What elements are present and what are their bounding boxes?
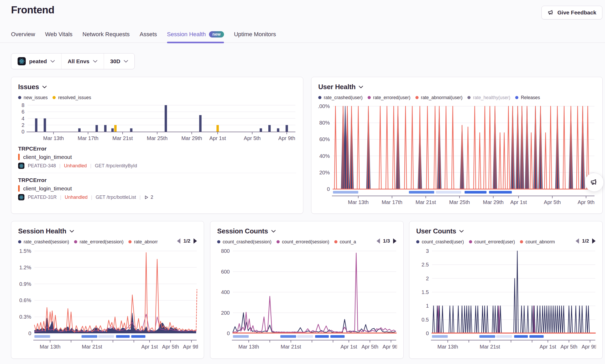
give-feedback-button[interactable]: Give Feedback [541,6,602,19]
issues-chart[interactable]: 86420Mar 13thMar 17thMar 21stMar 25thMar… [18,103,297,142]
megaphone-icon [547,9,554,16]
legend-label: count_abnorm [525,239,555,245]
date-range-selector[interactable]: 30D [104,53,135,69]
legend-pagination: 1/3 [377,238,397,244]
legend-next-button[interactable] [393,238,397,244]
svg-text:Mar 13th: Mar 13th [437,344,458,350]
svg-text:Apr 9th: Apr 9th [578,199,594,205]
legend-item[interactable]: rate_crashed(user) [318,95,363,100]
legend-label: rate_crashed(session) [24,239,69,245]
tab-network-requests[interactable]: Network Requests [82,31,130,42]
svg-text:Apr 1st: Apr 1st [209,135,226,141]
svg-text:0: 0 [28,330,31,336]
svg-text:Mar 13th: Mar 13th [238,344,259,350]
legend-item[interactable]: rate_errored(user) [368,95,410,100]
react-icon [18,194,24,200]
legend-dot [74,240,77,243]
floating-feedback-button[interactable] [585,173,604,192]
legend-item[interactable]: count_abnorm [520,239,555,245]
legend-item[interactable]: count_crashed(user) [416,239,464,245]
svg-text:200: 200 [221,310,230,316]
tab-session-health[interactable]: Session Healthnew [167,31,224,42]
legend-label: count_crashed(user) [422,239,464,245]
svg-text:2: 2 [22,122,24,128]
svg-text:Mar 21st: Mar 21st [82,344,102,350]
issue-title[interactable]: TRPCError [18,177,296,183]
legend-item[interactable]: rate_abnormal(user) [415,95,463,100]
legend-item[interactable]: new_issues [18,95,48,100]
date-range-selector-label: 30D [110,58,121,65]
environment-selector[interactable]: All Envs [61,53,104,69]
svg-text:Mar 25th: Mar 25th [147,135,168,141]
issue-title[interactable]: TRPCError [18,146,296,152]
tab-label: Network Requests [82,31,130,38]
legend-label: rate_abnorr [134,239,158,245]
megaphone-icon [590,178,598,186]
svg-text:Apr 5th: Apr 5th [560,344,577,350]
svg-text:Mar 13th: Mar 13th [43,135,64,141]
legend-item[interactable]: count_errored(session) [277,239,329,245]
legend-next-button[interactable] [592,238,596,244]
svg-text:Mar 17th: Mar 17th [382,199,402,205]
tab-web-vitals[interactable]: Web Vitals [45,31,72,42]
legend-next-button[interactable] [194,238,197,244]
user-counts-panel-header[interactable]: User Counts [416,227,596,235]
legend-label: new_issues [24,95,48,100]
user-health-legend: rate_crashed(user)rate_errored(user)rate… [318,94,596,101]
user-health-chart[interactable]: 100%80%60%40%20%0Mar 13thMar 17thMar 21s… [318,103,596,206]
legend-item[interactable]: rate_crashed(session) [18,239,69,245]
svg-text:Apr 1st: Apr 1st [341,344,357,350]
react-icon [18,57,26,65]
tab-bar: OverviewWeb VitalsNetwork RequestsAssets… [0,31,605,43]
legend-item[interactable]: count_a [334,239,356,245]
chevron-down-icon [93,60,97,63]
legend-item[interactable]: count_crashed(session) [217,239,272,245]
legend-item[interactable]: rate_abnorr [128,239,158,245]
session-counts-panel-header[interactable]: Session Counts [217,227,397,235]
svg-text:Apr 9th: Apr 9th [278,135,295,141]
legend-item[interactable]: count_errored(user) [469,239,515,245]
svg-text:800: 800 [221,248,230,254]
legend-page-indicator: 1/2 [582,238,589,244]
user-counts-chart[interactable]: 32.521.510.50Mar 13thMar 21stApr 1stApr … [416,247,596,352]
panel-title: User Counts [416,227,456,235]
svg-text:0: 0 [227,330,230,336]
issue-row[interactable]: TRPCErrorclient_login_timeoutPEATED-31R|… [18,176,296,201]
project-selector[interactable]: peated [11,53,61,69]
legend-prev-button[interactable] [377,238,380,244]
issue-replay-count[interactable]: 2 [144,195,153,200]
legend-item[interactable]: rate_healthy(user) [467,95,510,100]
svg-text:Apr 5th: Apr 5th [244,135,260,141]
svg-text:0.6%: 0.6% [19,297,31,303]
session-health-panel-header[interactable]: Session Health [18,227,197,235]
legend-item[interactable]: resolved_issues [53,95,91,100]
legend-label: rate_healthy(user) [473,95,510,100]
issue-unhandled-tag: Unhandled [64,163,87,169]
issue-row[interactable]: TRPCErrorclient_login_timeoutPEATED-348|… [18,145,296,169]
tab-assets[interactable]: Assets [140,31,157,42]
issues-panel-header[interactable]: Issues [18,83,296,91]
svg-text:Apr 5th: Apr 5th [162,344,179,350]
session-health-chart[interactable]: 1.5%1.2%0.9%0.6%0.3%0Mar 13thMar 21stApr… [18,247,198,352]
user-counts-legend: count_crashed(user)count_errored(user)co… [416,238,596,245]
session-counts-chart[interactable]: 8006004002000Mar 13thMar 21stApr 1stApr … [217,247,397,352]
svg-text:8: 8 [22,103,24,108]
legend-prev-button[interactable] [576,238,579,244]
svg-text:2.5: 2.5 [421,262,429,267]
legend-item[interactable]: Releases [515,95,540,100]
svg-text:Apr 1st: Apr 1st [540,344,556,350]
user-health-panel: User Health rate_crashed(user)rate_error… [311,77,603,214]
legend-dot [217,240,220,243]
issue-meta: PEATED-348|Unhandled|GET /trpc/entityByI… [18,163,296,169]
legend-dot [467,96,471,99]
user-counts-panel: User Counts count_crashed(user)count_err… [409,221,603,359]
legend-item[interactable]: rate_errored(session) [74,239,123,245]
legend-prev-button[interactable] [177,238,180,244]
issue-unhandled-tag: Unhandled [65,195,87,200]
environment-selector-label: All Envs [68,58,90,65]
legend-label: rate_errored(user) [373,95,410,100]
svg-text:2: 2 [426,276,429,281]
user-health-panel-header[interactable]: User Health [318,83,596,91]
tab-overview[interactable]: Overview [11,31,35,42]
tab-uptime-monitors[interactable]: Uptime Monitors [234,31,276,42]
